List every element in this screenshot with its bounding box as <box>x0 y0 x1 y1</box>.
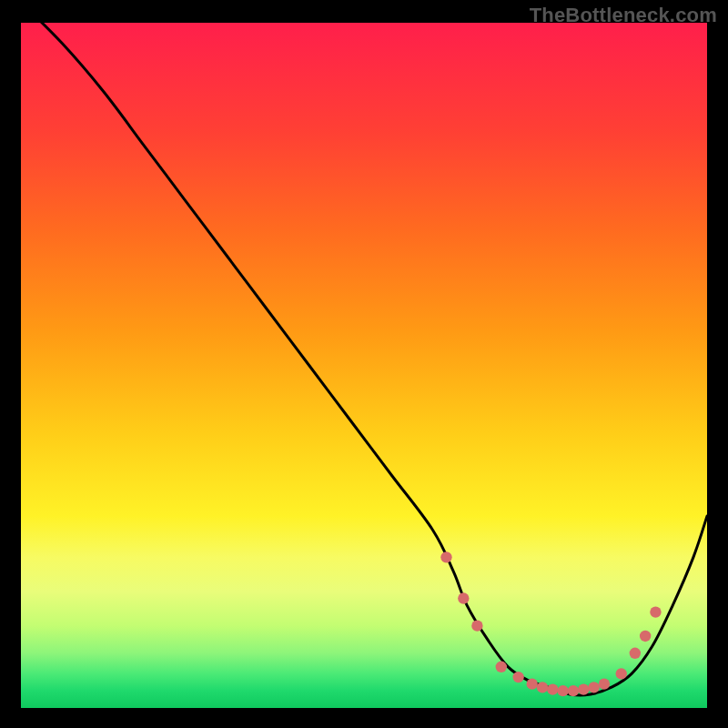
marker-dot <box>640 631 651 642</box>
marker-dot <box>588 682 599 693</box>
marker-dot <box>547 683 558 694</box>
marker-dot <box>527 678 538 689</box>
marker-dot <box>458 592 469 603</box>
attribution-text: TheBottleneck.com <box>530 4 717 27</box>
marker-dot <box>578 683 589 694</box>
marker-dot <box>440 551 451 562</box>
marker-dot <box>630 648 641 659</box>
marker-dot <box>568 685 579 696</box>
marker-dot <box>496 662 507 672</box>
marker-dot <box>557 685 568 696</box>
marker-dot <box>537 682 548 693</box>
chart-frame: TheBottleneck.com <box>0 0 728 728</box>
marker-dot <box>471 620 482 631</box>
marker-dot <box>599 678 610 689</box>
marker-dot <box>512 672 523 682</box>
bottleneck-chart <box>21 23 707 708</box>
marker-dot <box>616 668 627 679</box>
marker-dot <box>650 606 661 617</box>
gradient-background <box>21 23 707 708</box>
